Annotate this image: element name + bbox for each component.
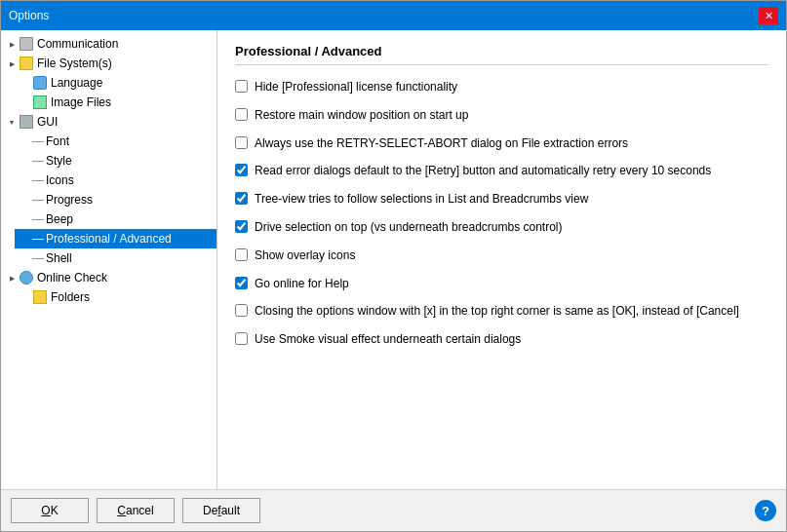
ok-label: OK [41, 504, 58, 517]
sidebar-label-style: Style [46, 154, 72, 168]
option-retry-select-abort: Always use the RETRY-SELECT-ABORT dialog… [235, 135, 768, 152]
label-drive-selection: Drive selection on top (vs underneath br… [255, 219, 563, 236]
options-window: Options ✕ Communication File System(s) L… [0, 0, 787, 532]
close-button[interactable]: ✕ [759, 7, 778, 24]
expand-icon-font [19, 134, 32, 148]
cancel-button[interactable]: Cancel [97, 498, 175, 523]
expand-icon-style [19, 154, 32, 168]
label-smoke-visual: Use Smoke visual effect underneath certa… [255, 331, 521, 348]
expand-icon-filesystem [5, 57, 19, 70]
sidebar-item-icons[interactable]: — Icons [15, 171, 216, 190]
label-tree-view: Tree-view tries to follow selections in … [255, 191, 588, 208]
window-title: Options [9, 9, 49, 22]
sidebar-label-icons: Icons [46, 173, 74, 187]
expand-icon-progress [19, 193, 32, 207]
main-panel: Professional / Advanced Hide [Profession… [217, 30, 786, 489]
option-smoke-visual: Use Smoke visual effect underneath certa… [235, 331, 768, 348]
checkbox-drive-selection[interactable] [235, 220, 248, 233]
expand-icon-communication [5, 37, 19, 51]
sidebar-item-style[interactable]: — Style [15, 151, 216, 171]
option-read-error-dialogs: Read error dialogs default to the [Retry… [235, 163, 768, 179]
lang-icon [32, 75, 48, 91]
sidebar-label-gui: GUI [37, 115, 58, 129]
sidebar-item-shell[interactable]: — Shell [15, 248, 216, 268]
expand-icon-folders [19, 290, 32, 304]
expand-icon-beep [19, 212, 32, 226]
gui-icon [19, 114, 34, 130]
ok-button[interactable]: OK [11, 498, 89, 523]
expand-icon-shell [19, 251, 32, 265]
sidebar-item-professional[interactable]: — Professional / Advanced [15, 229, 216, 248]
checkbox-go-online[interactable] [235, 277, 248, 289]
expand-icon-gui [5, 115, 19, 129]
sidebar-label-shell: Shell [46, 251, 72, 265]
label-retry-select-abort: Always use the RETRY-SELECT-ABORT dialog… [255, 135, 628, 152]
checkbox-restore-window[interactable] [235, 108, 248, 121]
option-drive-selection: Drive selection on top (vs underneath br… [235, 219, 768, 236]
sidebar-item-font[interactable]: — Font [15, 132, 216, 151]
sidebar-item-filesystem[interactable]: File System(s) [1, 54, 216, 73]
checkbox-closing-options[interactable] [235, 304, 248, 317]
checkbox-show-overlay[interactable] [235, 248, 248, 261]
title-bar: Options ✕ [1, 1, 786, 30]
sidebar-item-gui[interactable]: GUI [1, 112, 216, 132]
sidebar-label-filesystem: File System(s) [37, 57, 112, 70]
sidebar-item-onlinecheck[interactable]: Online Check [1, 268, 216, 287]
online-icon [19, 270, 34, 285]
content-area: Communication File System(s) Language Im… [1, 30, 786, 489]
label-closing-options: Closing the options window with [x] in t… [255, 303, 739, 320]
sidebar-label-folders: Folders [51, 290, 90, 304]
option-show-overlay: Show overlay icons [235, 247, 768, 264]
footer: OK Cancel Default ? [1, 489, 786, 531]
checkbox-retry-select-abort[interactable] [235, 136, 248, 149]
sidebar-label-progress: Progress [46, 193, 93, 207]
label-restore-window: Restore main window position on start up [255, 107, 468, 124]
sidebar-item-beep[interactable]: — Beep [15, 209, 216, 229]
panel-title: Professional / Advanced [235, 44, 768, 65]
checkbox-smoke-visual[interactable] [235, 332, 248, 345]
sidebar-label-language: Language [51, 76, 102, 90]
sidebar-label-beep: Beep [46, 212, 73, 226]
expand-icon-imagefiles [19, 95, 32, 109]
expand-icon-icons [19, 173, 32, 187]
sidebar-label-font: Font [46, 134, 69, 148]
fs-icon [19, 56, 34, 71]
img-icon [32, 95, 48, 110]
checkbox-hide-professional[interactable] [235, 80, 248, 93]
sidebar-item-language[interactable]: Language [1, 73, 216, 93]
comm-icon [19, 36, 34, 52]
option-closing-options: Closing the options window with [x] in t… [235, 303, 768, 320]
cancel-label: Cancel [117, 504, 153, 517]
option-tree-view: Tree-view tries to follow selections in … [235, 191, 768, 208]
sidebar-item-imagefiles[interactable]: Image Files [1, 93, 216, 112]
expand-icon-language [19, 76, 32, 90]
folders-icon [32, 289, 48, 305]
option-restore-window: Restore main window position on start up [235, 107, 768, 124]
label-go-online: Go online for Help [255, 276, 349, 292]
label-read-error-dialogs: Read error dialogs default to the [Retry… [255, 163, 711, 179]
sidebar: Communication File System(s) Language Im… [1, 30, 217, 489]
label-hide-professional: Hide [Professional] license functionalit… [255, 79, 457, 95]
option-go-online: Go online for Help [235, 276, 768, 292]
sidebar-item-progress[interactable]: — Progress [15, 190, 216, 209]
sidebar-label-professional: Professional / Advanced [46, 232, 172, 246]
checkbox-read-error-dialogs[interactable] [235, 164, 248, 176]
sidebar-item-communication[interactable]: Communication [1, 34, 216, 54]
option-hide-professional: Hide [Professional] license functionalit… [235, 79, 768, 95]
default-label: Default [203, 504, 240, 517]
sidebar-label-onlinecheck: Online Check [37, 271, 107, 285]
default-button[interactable]: Default [182, 498, 260, 523]
expand-icon-professional [19, 232, 32, 246]
sidebar-label-communication: Communication [37, 37, 118, 51]
label-show-overlay: Show overlay icons [255, 247, 355, 264]
checkbox-tree-view[interactable] [235, 192, 248, 205]
expand-icon-onlinecheck [5, 271, 19, 285]
help-button[interactable]: ? [755, 500, 776, 521]
sidebar-item-folders[interactable]: Folders [1, 287, 216, 307]
sidebar-label-imagefiles: Image Files [51, 95, 111, 109]
